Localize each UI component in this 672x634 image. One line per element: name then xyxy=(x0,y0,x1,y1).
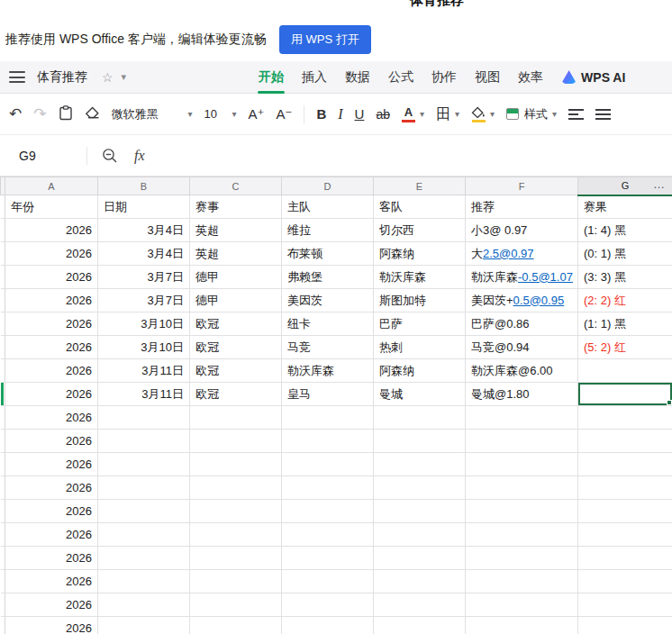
cell-empty[interactable] xyxy=(282,500,374,523)
cell-home[interactable]: 纽卡 xyxy=(282,312,374,336)
cell-empty[interactable] xyxy=(374,406,466,430)
header-cell-result[interactable]: 赛果 xyxy=(578,195,672,219)
cell-home[interactable]: 弗赖堡 xyxy=(282,266,374,289)
cell-year[interactable]: 2026 xyxy=(5,266,98,289)
cell-date[interactable]: 3月10日 xyxy=(98,336,190,359)
open-in-wps-button[interactable]: 用 WPS 打开 xyxy=(279,25,371,54)
cell-empty[interactable] xyxy=(282,430,374,453)
borders-button[interactable]: 田 ▾ xyxy=(436,107,459,122)
column-header-F[interactable]: F xyxy=(466,177,578,195)
cell-away[interactable]: 阿森纳 xyxy=(374,359,466,383)
cell-year[interactable]: 2026 xyxy=(5,500,98,523)
cell-empty[interactable] xyxy=(190,406,282,430)
cell-away[interactable]: 斯图加特 xyxy=(374,289,466,312)
cell-recommendation[interactable]: 大2.5@0.97 xyxy=(466,242,578,266)
cell-away[interactable]: 阿森纳 xyxy=(374,242,466,266)
cell-empty[interactable] xyxy=(98,547,190,570)
align-left-button[interactable] xyxy=(568,109,584,120)
cell-empty[interactable] xyxy=(578,570,672,593)
cell-empty[interactable] xyxy=(282,570,374,593)
header-cell-date[interactable]: 日期 xyxy=(98,195,190,219)
column-header-B[interactable]: B xyxy=(98,177,190,195)
cell-empty[interactable] xyxy=(578,617,672,634)
cell-empty[interactable] xyxy=(466,593,578,617)
align-center-button[interactable] xyxy=(595,109,611,120)
tab-data[interactable]: 数据 xyxy=(344,61,371,94)
cell-home[interactable]: 皇马 xyxy=(282,383,374,406)
format-painter-icon[interactable] xyxy=(59,105,73,123)
header-cell-event[interactable]: 赛事 xyxy=(190,195,282,219)
cell-year[interactable]: 2026 xyxy=(5,383,98,406)
insert-function-fx-button[interactable]: fx xyxy=(134,148,145,164)
cell-empty[interactable] xyxy=(282,523,374,547)
cell-empty[interactable] xyxy=(98,406,190,430)
cell-year[interactable]: 2026 xyxy=(5,242,98,266)
redo-icon[interactable]: ↷ xyxy=(33,106,46,122)
cell-result[interactable]: (0: 1) 黑 xyxy=(578,242,672,266)
bold-button[interactable]: B xyxy=(316,107,326,121)
cell-empty[interactable] xyxy=(98,617,190,634)
cell-empty[interactable] xyxy=(466,453,578,476)
eraser-icon[interactable] xyxy=(85,106,100,122)
cell-empty[interactable] xyxy=(190,523,282,547)
cell-year[interactable]: 2026 xyxy=(5,406,98,430)
cell-empty[interactable] xyxy=(578,500,672,523)
tab-collaborate[interactable]: 协作 xyxy=(431,61,458,94)
cell-event[interactable]: 欧冠 xyxy=(190,312,282,336)
cell-empty[interactable] xyxy=(374,476,466,500)
cell-recommendation[interactable]: 勒沃库森@6.00 xyxy=(466,359,578,383)
cell-date[interactable]: 3月7日 xyxy=(98,266,190,289)
cell-empty[interactable] xyxy=(98,476,190,500)
cell-empty[interactable] xyxy=(190,476,282,500)
column-header-C[interactable]: C xyxy=(190,177,282,195)
column-header-D[interactable]: D xyxy=(282,177,374,195)
cell-year[interactable]: 2026 xyxy=(5,476,98,500)
cell-empty[interactable] xyxy=(98,500,190,523)
cell-empty[interactable] xyxy=(374,570,466,593)
cell-reference-box[interactable]: G9 xyxy=(0,149,86,163)
cell-year[interactable]: 2026 xyxy=(5,570,98,593)
cell-year[interactable]: 2026 xyxy=(5,547,98,570)
fill-color-button[interactable]: ▾ xyxy=(471,106,495,122)
tab-efficiency[interactable]: 效率 xyxy=(517,61,544,94)
cell-empty[interactable] xyxy=(98,523,190,547)
font-size-select[interactable]: 10 ▾ xyxy=(204,107,237,121)
cell-empty[interactable] xyxy=(190,500,282,523)
cell-empty[interactable] xyxy=(374,523,466,547)
cell-empty[interactable] xyxy=(282,476,374,500)
tab-view[interactable]: 视图 xyxy=(474,61,501,94)
cell-empty[interactable] xyxy=(190,593,282,617)
cell-empty[interactable] xyxy=(374,547,466,570)
tab-formula[interactable]: 公式 xyxy=(387,61,414,94)
strikethrough-button[interactable]: ab xyxy=(376,108,390,121)
cell-away[interactable]: 巴萨 xyxy=(374,312,466,336)
column-header-E[interactable]: E xyxy=(374,177,466,195)
cell-year[interactable]: 2026 xyxy=(5,359,98,383)
more-columns-indicator[interactable]: … xyxy=(653,177,665,191)
cell-event[interactable]: 德甲 xyxy=(190,266,282,289)
cell-result[interactable]: (1: 4) 黑 xyxy=(578,219,672,242)
header-cell-away[interactable]: 客队 xyxy=(374,195,466,219)
zoom-out-icon[interactable] xyxy=(102,148,118,164)
increase-font-button[interactable]: A⁺ xyxy=(249,107,265,121)
hamburger-menu-icon[interactable] xyxy=(9,71,25,83)
cell-event[interactable]: 德甲 xyxy=(190,289,282,312)
cell-empty[interactable] xyxy=(190,453,282,476)
tab-insert[interactable]: 插入 xyxy=(301,61,328,94)
cell-year[interactable]: 2026 xyxy=(5,523,98,547)
cell-date[interactable]: 3月11日 xyxy=(98,359,190,383)
cell-date[interactable]: 3月11日 xyxy=(98,383,190,406)
cell-home[interactable]: 布莱顿 xyxy=(282,242,374,266)
fill-handle[interactable] xyxy=(667,400,672,405)
cell-empty[interactable] xyxy=(98,453,190,476)
cell-empty[interactable] xyxy=(282,453,374,476)
cell-empty[interactable] xyxy=(466,476,578,500)
cell-year[interactable]: 2026 xyxy=(5,312,98,336)
cell-recommendation[interactable]: 马竞@0.94 xyxy=(466,336,578,359)
title-chevron-down-icon[interactable]: ▾ xyxy=(122,71,127,83)
header-cell-year[interactable]: 年份 xyxy=(5,195,98,219)
cell-empty[interactable] xyxy=(282,406,374,430)
decrease-font-button[interactable]: A⁻ xyxy=(276,107,292,121)
cell-empty[interactable] xyxy=(578,406,672,430)
cell-away[interactable]: 勒沃库森 xyxy=(374,266,466,289)
